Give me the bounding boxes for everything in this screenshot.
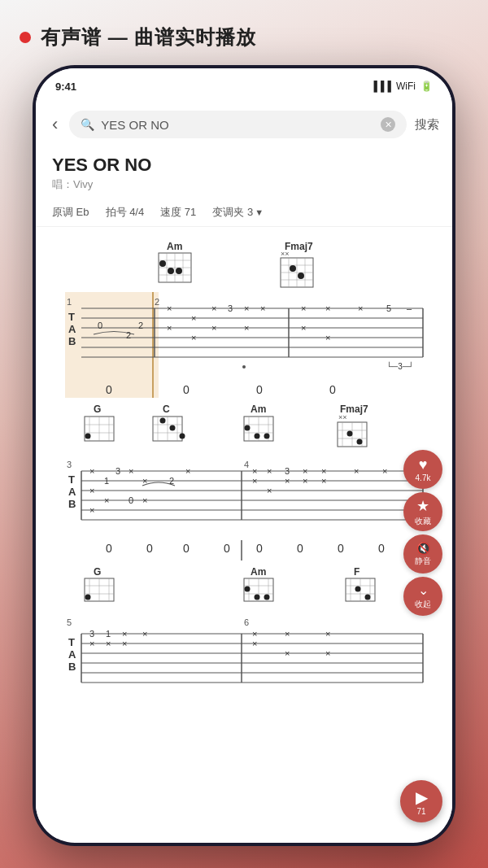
svg-point-176: [365, 595, 371, 600]
svg-text:3: 3: [228, 303, 233, 313]
svg-text:×: ×: [106, 639, 111, 648]
svg-text:0: 0: [106, 383, 112, 396]
battery-icon: 🔋: [420, 81, 433, 92]
notation-svg: Am Fmaj7 ××: [36, 227, 452, 780]
svg-text:×: ×: [122, 639, 127, 648]
search-query: YES OR NO: [101, 118, 374, 132]
svg-text:0: 0: [183, 383, 190, 396]
svg-text:2: 2: [155, 297, 159, 307]
svg-text:1: 1: [104, 476, 109, 486]
svg-text:×: ×: [89, 466, 94, 476]
collapse-button[interactable]: ⌄ 收起: [403, 577, 442, 616]
svg-point-71: [85, 434, 91, 439]
search-button[interactable]: 搜索: [415, 117, 439, 133]
svg-text:×: ×: [325, 648, 330, 658]
svg-text:×: ×: [167, 323, 172, 333]
svg-text:×: ×: [301, 303, 306, 313]
param-capo[interactable]: 变调夹 3 ▼: [212, 205, 264, 220]
play-button[interactable]: ▶ 71: [400, 780, 442, 822]
svg-text:2: 2: [126, 330, 131, 340]
svg-text:–: –: [407, 303, 412, 313]
svg-text:×: ×: [244, 303, 249, 313]
svg-text:B: B: [68, 335, 76, 347]
svg-text:1: 1: [67, 297, 72, 307]
svg-text:×: ×: [260, 303, 265, 313]
svg-text:×: ×: [285, 648, 290, 658]
page-header: 有声谱 — 曲谱实时播放: [0, 0, 488, 63]
svg-text:B: B: [68, 661, 76, 673]
phone-screen: 9:41 ▐▐▐ WiFi 🔋 ‹ 🔍 YES OR NO ✕ 搜索 YES O…: [36, 68, 452, 843]
svg-text:0: 0: [378, 542, 385, 555]
svg-text:×: ×: [185, 466, 190, 476]
svg-text:2: 2: [138, 321, 143, 330]
mute-icon: 🔇: [416, 542, 430, 555]
star-icon: ★: [416, 497, 429, 515]
favorite-button[interactable]: ★ 收藏: [403, 492, 442, 531]
svg-text:0: 0: [224, 542, 230, 555]
svg-point-79: [160, 418, 166, 424]
svg-text:×: ×: [321, 466, 326, 476]
svg-text:5: 5: [386, 303, 391, 313]
status-bar: 9:41 ▐▐▐ WiFi 🔋: [36, 68, 452, 104]
svg-text:×: ×: [191, 333, 196, 342]
svg-text:××: ××: [338, 413, 347, 421]
svg-point-20: [290, 265, 296, 272]
svg-text:×: ×: [358, 303, 363, 313]
param-speed[interactable]: 速度 71: [160, 205, 196, 220]
search-icon: 🔍: [81, 118, 94, 131]
svg-text:0: 0: [106, 542, 112, 555]
svg-point-165: [245, 587, 251, 592]
svg-text:3: 3: [115, 466, 120, 476]
svg-text:×: ×: [211, 323, 216, 333]
svg-text:4: 4: [244, 460, 249, 469]
svg-text:A: A: [68, 323, 76, 335]
svg-text:×: ×: [252, 629, 257, 639]
svg-text:×: ×: [129, 466, 133, 476]
song-title: YES OR NO: [52, 155, 436, 176]
param-time[interactable]: 拍号 4/4: [106, 205, 145, 220]
svg-text:3: 3: [89, 629, 94, 639]
action-buttons-group: ♥ 4.7k ★ 收藏 🔇 静音 ⌄ 收起: [403, 450, 442, 616]
status-time: 9:41: [55, 81, 76, 93]
svg-text:×: ×: [285, 476, 290, 486]
back-button[interactable]: ‹: [49, 111, 61, 138]
svg-text:2: 2: [169, 476, 174, 486]
svg-point-59: [242, 365, 246, 369]
svg-text:×: ×: [252, 639, 257, 648]
notation-area: Am Fmaj7 ××: [36, 227, 452, 839]
svg-text:5: 5: [67, 617, 72, 627]
param-key[interactable]: 原调 Eb: [52, 205, 89, 220]
svg-text:×: ×: [303, 476, 307, 486]
favorite-label: 收藏: [415, 516, 431, 527]
search-box[interactable]: 🔍 YES OR NO ✕: [69, 111, 407, 138]
heart-icon: ♥: [419, 456, 428, 473]
svg-text:Am: Am: [167, 241, 182, 252]
svg-text:×: ×: [301, 323, 306, 333]
svg-text:×: ×: [303, 466, 307, 476]
svg-text:×: ×: [89, 639, 94, 648]
svg-text:0: 0: [338, 542, 344, 555]
signal-icon: ▐▐▐: [370, 81, 391, 92]
like-button[interactable]: ♥ 4.7k: [403, 450, 442, 489]
svg-point-10: [176, 268, 182, 274]
svg-text:1: 1: [106, 629, 111, 639]
svg-text:×: ×: [89, 505, 94, 515]
svg-point-101: [357, 439, 363, 445]
svg-text:0: 0: [297, 542, 303, 555]
svg-text:T: T: [68, 473, 75, 486]
svg-text:3: 3: [285, 466, 290, 476]
svg-text:×: ×: [191, 313, 196, 323]
svg-text:×: ×: [244, 323, 249, 333]
svg-text:0: 0: [98, 321, 102, 330]
search-clear-button[interactable]: ✕: [381, 117, 395, 132]
wifi-icon: WiFi: [396, 81, 416, 92]
svg-text:C: C: [163, 403, 170, 415]
svg-text:0: 0: [183, 542, 190, 555]
svg-text:F: F: [354, 566, 359, 578]
mute-button[interactable]: 🔇 静音: [403, 534, 442, 574]
svg-text:××: ××: [281, 250, 290, 258]
svg-text:└─3─┘: └─3─┘: [386, 361, 414, 371]
chevron-down-icon: ⌄: [418, 582, 429, 598]
svg-text:×: ×: [354, 466, 359, 476]
svg-point-157: [85, 595, 91, 600]
